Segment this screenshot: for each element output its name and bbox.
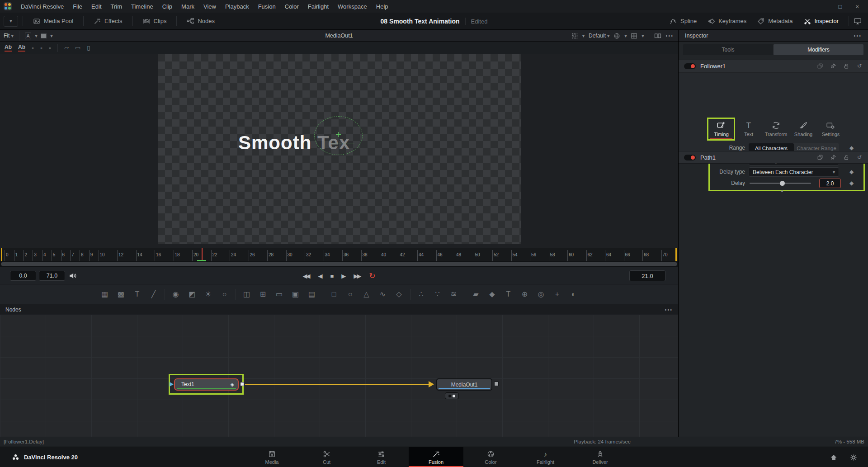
play-reverse-button[interactable]: ◀ [318, 273, 321, 279]
chevron-down-icon[interactable]: ▾ [50, 33, 52, 38]
text-shear-3-button[interactable]: ▯ [87, 44, 90, 51]
follower-tab-shading[interactable]: Shading [791, 119, 816, 139]
delay-slider-track[interactable] [750, 183, 811, 184]
fast-noise-tool-icon[interactable]: ▩ [116, 290, 126, 298]
text-3d-tool-icon[interactable]: T [504, 290, 514, 298]
menu-edit[interactable]: Edit [87, 0, 106, 13]
glow-tool-icon[interactable]: ☀ [203, 290, 213, 298]
range-marker-left[interactable] [1, 248, 2, 261]
maximize-button[interactable]: □ [839, 3, 842, 10]
text1-output-connector[interactable] [240, 382, 244, 386]
stop-button[interactable]: ■ [330, 273, 332, 279]
nodes-button[interactable]: Nodes [181, 13, 220, 30]
viewer-canvas[interactable]: Smooth Tex [158, 54, 521, 244]
timeline-ruler[interactable]: 0123456789101214161820222426283032343638… [0, 248, 678, 261]
path1-header[interactable]: Path1 ↺ [679, 151, 868, 164]
follower1-lock-icon[interactable] [843, 63, 849, 69]
crop-tool-icon[interactable]: ▤ [307, 290, 317, 298]
clean-feed-monitor-icon[interactable] [854, 17, 862, 25]
menu-clip[interactable]: Clip [158, 0, 177, 13]
bspline-mask-tool-icon[interactable]: ∿ [378, 290, 388, 298]
menu-view[interactable]: View [199, 0, 221, 13]
letterbox-tool-icon[interactable]: ▭ [274, 290, 284, 298]
follower1-duplicate-icon[interactable] [817, 63, 823, 69]
corner-position-tool-icon[interactable]: ⊞ [258, 290, 268, 298]
viewer-options-button[interactable]: ••• [665, 33, 674, 38]
playhead[interactable] [202, 248, 203, 261]
menu-timeline[interactable]: Timeline [127, 0, 158, 13]
page-media[interactable]: Media [245, 447, 299, 467]
channel-select-button[interactable]: A [25, 33, 32, 39]
chevron-down-icon[interactable]: ▾ [624, 33, 627, 38]
lut-sphere-icon[interactable] [613, 33, 620, 39]
follower1-header[interactable]: Follower1 ↺ [679, 60, 868, 72]
speaker-icon[interactable] [69, 272, 77, 280]
text-option-2-button[interactable]: ▪ [40, 44, 42, 52]
menu-davinci-resolve[interactable]: DaVinci Resolve [16, 0, 68, 13]
follower1-reset-icon[interactable]: ↺ [856, 63, 863, 69]
text-shear-1-button[interactable]: ▱ [64, 44, 69, 51]
gear-icon[interactable] [850, 454, 857, 461]
effects-button[interactable]: Effects [88, 13, 128, 30]
connection-line[interactable] [245, 384, 429, 385]
node-mediaout1[interactable]: MediaOut1 [436, 378, 492, 391]
guides-grid-icon[interactable] [631, 33, 637, 39]
rectangle-mask-tool-icon[interactable]: □ [329, 290, 339, 298]
zoom-mode-dropdown[interactable]: Fit ▾ [4, 33, 14, 39]
page-color[interactable]: Color [463, 447, 518, 467]
follower-tab-transform[interactable]: Transform [763, 119, 789, 139]
node-text1[interactable]: Text1 ◈ [174, 378, 239, 391]
chevron-down-icon[interactable]: ▾ [582, 33, 585, 38]
chevron-down-icon[interactable]: ▾ [35, 33, 37, 38]
keyframe-diamond-icon[interactable]: ◆ [849, 169, 854, 175]
play-forward-button[interactable]: ▶ [341, 273, 344, 279]
page-fusion[interactable]: Fusion [409, 447, 463, 467]
merge-tool-icon[interactable]: ◫ [242, 290, 252, 298]
menu-playback[interactable]: Playback [221, 0, 254, 13]
path1-pin-icon[interactable] [830, 154, 836, 160]
p-emitter-tool-icon[interactable]: ∴ [416, 290, 426, 298]
page-fairlight[interactable]: ♪Fairlight [518, 447, 573, 467]
minimize-button[interactable]: – [821, 3, 825, 10]
media-pool-button[interactable]: Media Pool [28, 13, 79, 30]
timeline-scrollbar[interactable] [0, 261, 678, 267]
range-end-field[interactable]: 71.0 [39, 271, 65, 281]
background-tool-icon[interactable]: ▦ [100, 290, 110, 298]
text-option-3-button[interactable]: ▪ [49, 44, 51, 52]
text-option-1-button[interactable]: ▪ [32, 44, 34, 52]
follower1-pin-icon[interactable] [830, 63, 836, 69]
follower-tab-text[interactable]: TText [736, 119, 762, 139]
range-start-field[interactable]: 0.0 [10, 271, 36, 281]
image-plane-3d-tool-icon[interactable]: ▰ [471, 290, 481, 298]
close-button[interactable]: × [855, 3, 859, 10]
inspector-options-button[interactable]: ••• [854, 33, 862, 38]
menu-file[interactable]: File [68, 0, 87, 13]
keyframes-button[interactable]: Keyframes [702, 13, 752, 30]
go-to-start-button[interactable]: ◀◀ [302, 273, 309, 279]
text-shear-2-button[interactable]: ▭ [75, 44, 80, 51]
page-cut[interactable]: Cut [299, 447, 354, 467]
clips-button[interactable]: Clips [137, 13, 172, 30]
inspector-button[interactable]: Inspector [798, 13, 844, 30]
modifier-diamond-icon[interactable]: ◈ [231, 382, 234, 387]
scrollbar-thumb[interactable] [1, 262, 677, 266]
magic-wand-mask-tool-icon[interactable]: ◇ [394, 290, 404, 298]
page-deliver[interactable]: Deliver [573, 447, 627, 467]
p-merge-tool-icon[interactable]: ∵ [433, 290, 443, 298]
text-case-ab-2-button[interactable]: Ab [18, 44, 25, 52]
menu-mark[interactable]: Mark [177, 0, 199, 13]
menu-color[interactable]: Color [280, 0, 303, 13]
resize-tool-icon[interactable]: ▣ [291, 290, 301, 298]
delay-slider-handle[interactable] [780, 181, 785, 186]
keyframe-diamond-icon[interactable]: ◆ [849, 145, 854, 151]
range-marker-right[interactable] [675, 248, 677, 261]
chevron-down-icon[interactable]: ▾ [642, 33, 644, 38]
text-case-ab-1-button[interactable]: Ab [5, 44, 12, 52]
split-view-icon[interactable] [654, 32, 661, 39]
light-3d-tool-icon[interactable]: + [552, 290, 562, 298]
path1-duplicate-icon[interactable] [817, 154, 823, 160]
path1-enable-toggle[interactable] [684, 155, 696, 160]
metadata-button[interactable]: Metadata [752, 13, 798, 30]
p-render-tool-icon[interactable]: ≋ [449, 290, 459, 298]
polygon-mask-tool-icon[interactable]: △ [362, 290, 372, 298]
